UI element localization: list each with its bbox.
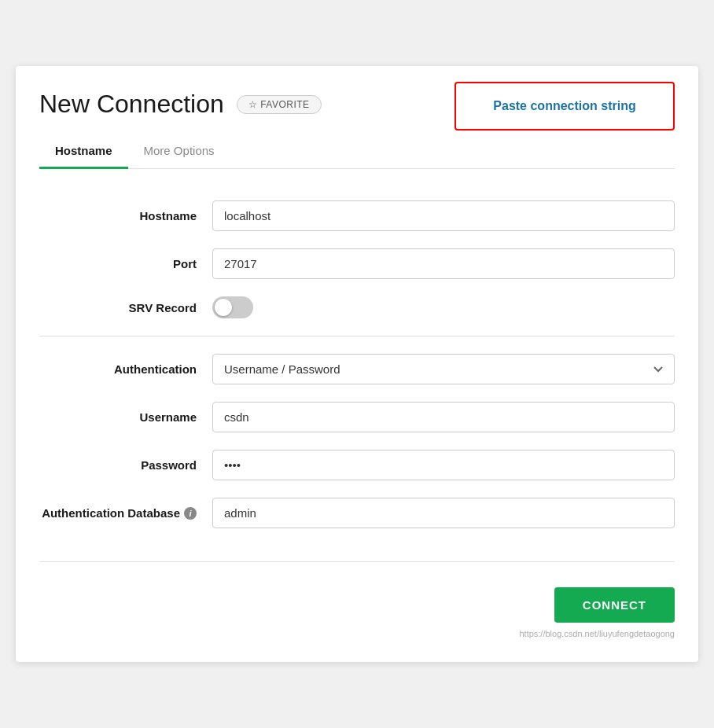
tab-more-options[interactable]: More Options — [128, 134, 230, 169]
watermark: https://blog.csdn.net/liuyufengdetaogong — [39, 629, 675, 638]
tab-hostname[interactable]: Hostname — [39, 134, 128, 169]
port-input[interactable] — [212, 248, 675, 279]
hostname-input[interactable] — [212, 200, 675, 231]
username-label: Username — [39, 410, 212, 424]
srv-label: SRV Record — [39, 301, 212, 314]
srv-toggle[interactable] — [212, 296, 253, 318]
footer-divider — [39, 561, 675, 562]
auth-db-info-icon[interactable]: i — [184, 507, 197, 520]
tabs: Hostname More Options — [39, 134, 675, 169]
page-title: New Connection — [39, 90, 224, 119]
paste-connection-box[interactable]: Paste connection string — [455, 82, 675, 131]
auth-db-label-wrapper: Authentication Database i — [39, 506, 212, 520]
port-label: Port — [39, 257, 212, 270]
form-section: Hostname Port SRV Record Authentication … — [39, 193, 675, 553]
srv-row: SRV Record — [39, 296, 675, 318]
srv-toggle-wrapper — [212, 296, 253, 318]
port-row: Port — [39, 248, 675, 279]
username-input[interactable] — [212, 402, 675, 432]
password-row: Password — [39, 450, 675, 480]
favorite-button[interactable]: ☆ FAVORITE — [237, 95, 322, 114]
hostname-row: Hostname — [39, 200, 675, 231]
auth-db-input[interactable] — [212, 498, 675, 528]
authentication-label: Authentication — [39, 362, 212, 376]
new-connection-card: New Connection ☆ FAVORITE Paste connecti… — [16, 66, 698, 662]
authentication-select[interactable]: None Username / Password X.509 Kerberos … — [212, 354, 675, 384]
paste-connection-link[interactable]: Paste connection string — [493, 99, 635, 112]
authentication-row: Authentication None Username / Password … — [39, 354, 675, 384]
password-label: Password — [39, 458, 212, 472]
footer: CONNECT — [39, 579, 675, 623]
hostname-label: Hostname — [39, 209, 212, 222]
auth-db-label: Authentication Database — [42, 506, 180, 520]
toggle-slider — [212, 296, 253, 318]
connect-button[interactable]: CONNECT — [554, 587, 675, 623]
password-input[interactable] — [212, 450, 675, 480]
section-divider — [39, 336, 675, 336]
username-row: Username — [39, 402, 675, 432]
auth-db-row: Authentication Database i — [39, 498, 675, 528]
